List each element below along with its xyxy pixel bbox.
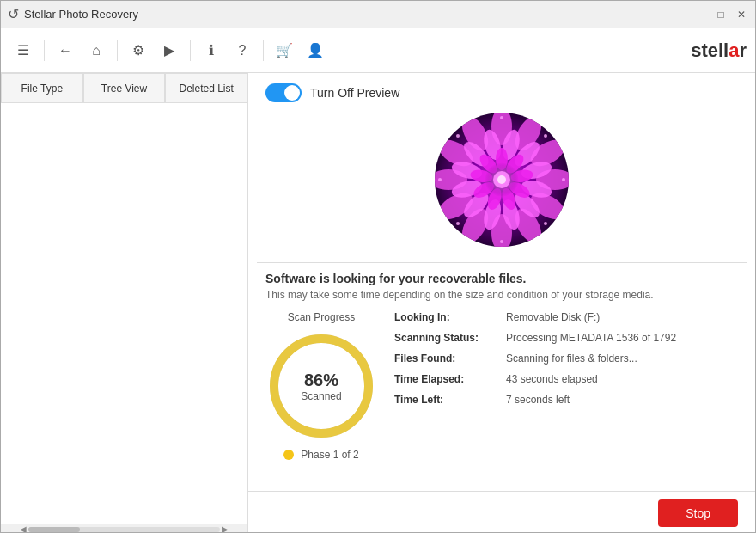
preview-image [433,111,570,248]
scrollbar[interactable]: ◀ ▶ [1,524,247,533]
svg-point-45 [456,134,460,138]
stat-time-left-val: 7 seconds left [506,394,570,406]
phase-row: Phase 1 of 2 [284,449,358,461]
maximize-button[interactable]: □ [714,8,728,21]
preview-area: Turn Off Preview [248,73,755,262]
scan-subtitle: This may take some time depending on the… [265,289,738,301]
scrollbar-track[interactable] [28,527,220,532]
home-button[interactable]: ⌂ [82,37,110,64]
toggle-label: Turn Off Preview [310,86,399,100]
main-layout: File Type Tree View Deleted List ◀ ▶ Tur… [1,73,755,533]
svg-point-37 [497,175,506,184]
stat-scanning-status-val: Processing METADATA 1536 of 1792 [506,332,676,344]
left-content [1,103,247,524]
tab-file-type[interactable]: File Type [1,73,83,102]
scan-body: Scan Progress 86% Scanned [265,311,738,461]
titlebar-controls: — □ ✕ [693,8,748,21]
progress-text: 86% Scanned [301,371,341,402]
stats-table: Looking In: Removable Disk (F:) Scanning… [394,311,738,414]
stat-files-found-key: Files Found: [394,352,497,365]
svg-point-38 [562,178,565,181]
right-panel: Turn Off Preview [248,73,755,533]
toggle-row: Turn Off Preview [265,83,399,102]
preview-toggle[interactable] [265,83,302,102]
toolbar-separator-4 [263,40,264,61]
stat-time-left-key: Time Left: [394,394,497,406]
svg-point-44 [544,134,547,138]
titlebar-left: ↺ Stellar Photo Recovery [8,6,138,22]
progress-label: Scan Progress [288,311,356,323]
tab-deleted-list[interactable]: Deleted List [165,73,247,102]
left-panel: File Type Tree View Deleted List ◀ ▶ [1,73,248,533]
stat-looking-in-val: Removable Disk (F:) [506,311,600,323]
stat-time-elapsed: Time Elapsed: 43 seconds elapsed [394,373,738,385]
preview-image-container [265,111,738,248]
tab-tree-view[interactable]: Tree View [83,73,166,102]
logo-highlight: a [729,40,739,61]
svg-point-40 [500,240,503,243]
cart-button[interactable]: 🛒 [271,37,298,64]
toolbar-separator-1 [44,40,45,61]
stop-button[interactable]: Stop [658,499,738,527]
stat-scanning-status: Scanning Status: Processing METADATA 153… [394,332,738,344]
scroll-left-arrow[interactable]: ◀ [18,523,28,533]
stat-time-elapsed-val: 43 seconds elapsed [506,373,598,385]
scan-info: Software is looking for your recoverable… [248,263,755,469]
help-button[interactable]: ? [229,37,256,64]
stat-time-elapsed-key: Time Elapsed: [394,373,497,385]
svg-point-39 [438,178,442,181]
info-button[interactable]: ℹ [198,37,225,64]
menu-button[interactable]: ☰ [9,37,37,64]
svg-point-43 [456,222,460,225]
scroll-right-arrow[interactable]: ▶ [220,523,230,533]
svg-point-42 [544,222,547,225]
toolbar: ☰ ← ⌂ ⚙ ▶ ℹ ? 🛒 👤 stellar [1,28,755,73]
progress-percent: 86% [301,371,341,390]
phase-text: Phase 1 of 2 [301,449,358,461]
stat-files-found-val: Scanning for files & folders... [506,352,637,365]
app-icon: ↺ [8,6,19,22]
toolbar-separator-3 [190,40,191,61]
phase-dot [284,450,294,460]
titlebar: ↺ Stellar Photo Recovery — □ ✕ [1,1,755,28]
tabs: File Type Tree View Deleted List [1,73,247,103]
progress-section: Scan Progress 86% Scanned [265,311,377,461]
titlebar-title: Stellar Photo Recovery [24,8,138,21]
stat-time-left: Time Left: 7 seconds left [394,394,738,406]
scrollbar-thumb [28,527,80,532]
scan-title: Software is looking for your recoverable… [265,272,738,285]
settings-button[interactable]: ⚙ [125,37,152,64]
minimize-button[interactable]: — [693,8,707,21]
stat-scanning-status-key: Scanning Status: [394,332,497,344]
account-button[interactable]: 👤 [302,37,329,64]
back-button[interactable]: ← [52,37,79,64]
progress-scanned: Scanned [301,390,341,402]
play-button[interactable]: ▶ [155,37,183,64]
bottom-bar: Stop [248,491,755,533]
stat-looking-in: Looking In: Removable Disk (F:) [394,311,738,323]
stat-files-found: Files Found: Scanning for files & folder… [394,352,738,365]
close-button[interactable]: ✕ [735,8,748,21]
stat-looking-in-key: Looking In: [394,311,497,323]
svg-point-41 [500,116,503,119]
progress-circle: 86% Scanned [265,330,377,442]
app-logo: stellar [691,40,747,62]
toolbar-separator-2 [117,40,118,61]
